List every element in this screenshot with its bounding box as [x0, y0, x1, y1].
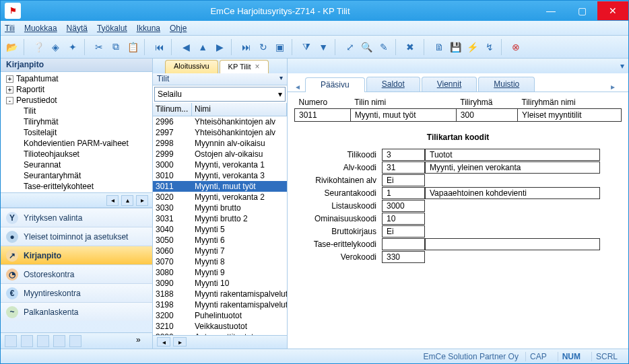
- panel-dropdown-icon[interactable]: ▾: [279, 74, 283, 84]
- info-icon[interactable]: ◈: [48, 39, 63, 55]
- cut-icon[interactable]: ✂: [92, 39, 106, 55]
- module-kirjanpito[interactable]: ↗Kirjanpito: [1, 246, 152, 264]
- first-icon[interactable]: ⏮: [152, 39, 167, 55]
- tree-prev-icon[interactable]: ◂: [106, 195, 119, 206]
- module-yleiset-toiminnot-ja-asetukset[interactable]: ●Yleiset toiminnot ja asetukset: [1, 227, 152, 246]
- mini-icon[interactable]: [53, 335, 65, 347]
- detail-tab-saldot[interactable]: Saldot: [366, 77, 420, 92]
- close-button[interactable]: ✕: [597, 1, 628, 20]
- tree-item[interactable]: Tiliryhmät: [1, 116, 152, 127]
- mini-icon[interactable]: [69, 335, 81, 347]
- table-row[interactable]: 3198Myynti rakentamispalvelut: [153, 299, 287, 310]
- table-row[interactable]: 3010Myynti, verokanta 3: [153, 170, 287, 181]
- field-value[interactable]: 3: [382, 149, 425, 161]
- table-row[interactable]: 2996Yhteisöhankintojen alv: [153, 116, 287, 127]
- module-myyntireskontra[interactable]: €Myyntireskontra: [1, 283, 152, 302]
- mini-icon[interactable]: [5, 335, 17, 347]
- account-grid[interactable]: 2996Yhteisöhankintojen alv2997Yhteisöhan…: [153, 116, 287, 335]
- table-row[interactable]: 3020Myynti, verokanta 2: [153, 192, 287, 203]
- tree-item[interactable]: Tilit: [1, 106, 152, 116]
- tree-item[interactable]: Seurantaryhmät: [1, 170, 152, 181]
- help-icon[interactable]: ❔: [32, 39, 46, 55]
- field-value[interactable]: 10: [382, 213, 425, 225]
- tree-item[interactable]: Tositelajit: [1, 127, 152, 138]
- maximize-button[interactable]: ▢: [566, 1, 597, 20]
- funnel-icon[interactable]: ▼: [316, 39, 331, 55]
- detail-tab-viennit[interactable]: Viennit: [422, 77, 477, 92]
- table-row[interactable]: 3080Myynti 9: [153, 267, 287, 278]
- detail-tabs-next-icon[interactable]: ▸: [611, 82, 620, 92]
- field-value[interactable]: 31: [382, 161, 425, 174]
- search-icon[interactable]: 🔍: [360, 39, 374, 55]
- tree-item[interactable]: Seurannat: [1, 159, 152, 170]
- field-value[interactable]: Ei: [382, 225, 425, 238]
- nav-tree[interactable]: +Tapahtumat+Raportit-PerustiedotTilitTil…: [1, 72, 152, 193]
- tree-next-icon[interactable]: ▸: [136, 195, 148, 206]
- tree-item[interactable]: Tilioteohjaukset: [1, 149, 152, 159]
- table-row[interactable]: 2999Ostojen alv-oikaisu: [153, 149, 287, 159]
- minimize-button[interactable]: —: [535, 1, 566, 20]
- table-row[interactable]: 3050Myynti 6: [153, 235, 287, 246]
- table-row[interactable]: 3188Myynti rakentamispalvelut: [153, 289, 287, 299]
- menu-muokkaa[interactable]: Muokkaa: [24, 24, 57, 33]
- tree-item[interactable]: -Perustiedot: [1, 95, 152, 106]
- mini-icon[interactable]: [37, 335, 49, 347]
- tab-close-icon[interactable]: ×: [255, 62, 260, 71]
- table-row[interactable]: 3040Myynti 5: [153, 224, 287, 235]
- tree-item[interactable]: +Raportit: [1, 84, 152, 95]
- copy-icon[interactable]: ⧉: [108, 39, 123, 55]
- field-value[interactable]: 1: [382, 187, 425, 199]
- detail-tabs-prev-icon[interactable]: ◂: [296, 82, 305, 92]
- tab-kp-tilit[interactable]: KP Tilit×: [220, 60, 269, 73]
- table-row[interactable]: 3070Myynti 8: [153, 256, 287, 267]
- table-row[interactable]: 2997Yhteisöhankintojen alv: [153, 127, 287, 138]
- module-palkanlaskenta[interactable]: ~Palkanlaskenta: [1, 302, 152, 321]
- browse-mode-combo[interactable]: Selailu▾: [154, 87, 286, 102]
- sync-icon[interactable]: ↯: [482, 39, 497, 55]
- new-doc-icon[interactable]: 🗎: [432, 39, 446, 55]
- paste-icon[interactable]: 📋: [125, 39, 140, 55]
- tool-icon[interactable]: ✎: [376, 39, 391, 55]
- tab-aloitussivu[interactable]: Aloitussivu: [165, 60, 218, 73]
- remove-icon[interactable]: ⊗: [508, 39, 523, 55]
- up-icon[interactable]: ▲: [195, 39, 210, 55]
- module-yrityksen-valinta[interactable]: YYrityksen valinta: [1, 208, 152, 227]
- mini-icon[interactable]: [21, 335, 33, 347]
- menu-tyokalut[interactable]: Työkalut: [97, 24, 127, 33]
- table-row[interactable]: 3031Myynti brutto 2: [153, 213, 287, 224]
- table-row[interactable]: 3011Myynti, muut työt: [153, 181, 287, 192]
- bolt-icon[interactable]: ⚡: [465, 39, 480, 55]
- tree-up-icon[interactable]: ▴: [121, 195, 133, 206]
- save-icon[interactable]: 💾: [449, 39, 463, 55]
- table-row[interactable]: 3200Puhelintuotot: [153, 310, 287, 321]
- field-value[interactable]: 330: [382, 251, 425, 263]
- panel-dropdown-icon[interactable]: ▾: [620, 61, 624, 71]
- detail-tab-pääsivu[interactable]: Pääsivu: [305, 77, 365, 92]
- next-icon[interactable]: ▶: [212, 39, 227, 55]
- menu-nayta[interactable]: Näytä: [67, 24, 88, 33]
- detail-tab-muistio[interactable]: Muistio: [478, 77, 535, 92]
- open-icon[interactable]: 📂: [5, 39, 20, 55]
- menu-tili[interactable]: Tili: [5, 24, 15, 33]
- col-header-number[interactable]: Tilinum...: [153, 103, 192, 116]
- prev-icon[interactable]: ◀: [178, 39, 193, 55]
- col-header-name[interactable]: Nimi: [192, 103, 287, 116]
- stop-icon[interactable]: ▣: [273, 39, 288, 55]
- menu-ikkuna[interactable]: Ikkuna: [137, 24, 160, 33]
- tree-item[interactable]: +Tapahtumat: [1, 73, 152, 84]
- module-ostoreskontra[interactable]: ◔Ostoreskontra: [1, 264, 152, 283]
- table-row[interactable]: 3000Myynti, verokanta 1: [153, 159, 287, 170]
- table-row[interactable]: 3030Myynti brutto: [153, 203, 287, 213]
- grid-scroll-left-icon[interactable]: ◂: [157, 337, 170, 347]
- tree-item[interactable]: Kohdevientien PARM-vaiheet: [1, 138, 152, 149]
- zoomout-icon[interactable]: ⤢: [343, 39, 358, 55]
- table-row[interactable]: 3090Myynti 10: [153, 278, 287, 289]
- delete-icon[interactable]: ✖: [403, 39, 418, 55]
- last-icon[interactable]: ⏭: [239, 39, 254, 55]
- field-value[interactable]: 3000: [382, 200, 425, 212]
- mini-more-icon[interactable]: »: [136, 335, 148, 347]
- table-row[interactable]: 2998Myynnin alv-oikaisu: [153, 138, 287, 149]
- menu-ohje[interactable]: Ohje: [170, 24, 187, 33]
- wand-icon[interactable]: ✦: [65, 39, 80, 55]
- table-row[interactable]: 3060Myynti 7: [153, 246, 287, 256]
